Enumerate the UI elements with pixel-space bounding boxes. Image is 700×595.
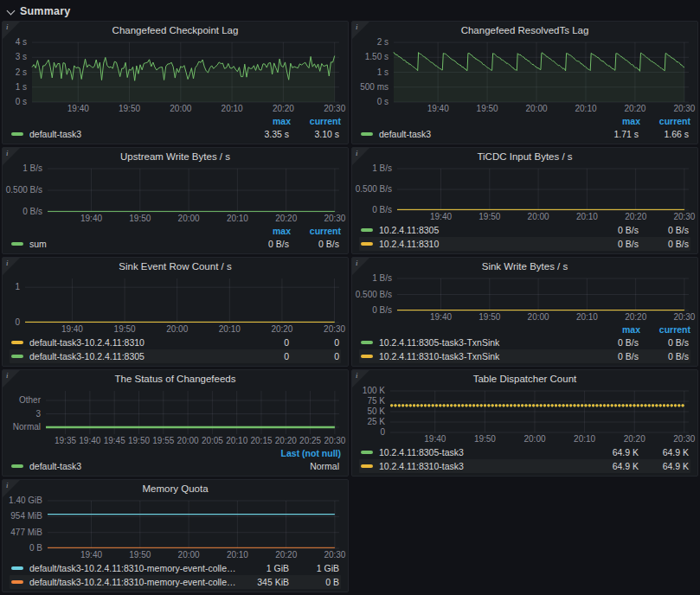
legend-series-swatch-icon[interactable]	[11, 132, 23, 136]
panel-changefeed-checkpoint-lag: iChangefeed Checkpoint Lag0 s1 s2 s3 s4 …	[2, 21, 349, 144]
x-axis-tick-label: 19:50	[114, 324, 136, 334]
panel-info-icon[interactable]: i	[3, 148, 20, 165]
legend-series-swatch-icon[interactable]	[361, 341, 373, 344]
chart-status-of-changefeeds: Normal3Other19:3519:4019:4519:5019:5520:…	[3, 387, 348, 447]
panel-title[interactable]: Memory Quota	[3, 480, 348, 496]
x-axis-tick-label: 20:20	[275, 436, 297, 445]
panel-info-icon[interactable]: i	[3, 258, 20, 275]
legend: 10.2.4.11:83050 B/s0 B/s10.2.4.11:83100 …	[352, 223, 697, 253]
panel-info-icon[interactable]: i	[352, 258, 369, 275]
x-axis-tick-label: 20:00	[177, 436, 199, 445]
legend-header-cell[interactable]: max	[590, 324, 640, 335]
x-axis-tick-label: 19:40	[427, 104, 449, 113]
y-axis-tick-label: 3	[3, 409, 41, 419]
legend-series-label[interactable]: default-task3	[29, 461, 267, 471]
legend-series-swatch-icon[interactable]	[361, 228, 373, 232]
legend-value: 0	[289, 351, 339, 361]
panel-title[interactable]: Table Dispatcher Count	[352, 370, 697, 387]
legend-header-cell[interactable]: max	[241, 116, 291, 126]
legend-row: 10.2.4.11:8310-task364.9 K64.9 K	[359, 459, 690, 473]
legend-series-label[interactable]: 10.2.4.11:8310-task3-TxnSink	[379, 351, 588, 361]
x-axis-tick-label: 19:35	[55, 436, 76, 445]
legend-series-swatch-icon[interactable]	[361, 464, 373, 468]
legend-series-label[interactable]: 10.2.4.11:8305-task3-TxnSink	[379, 337, 588, 348]
legend-series-label[interactable]: 10.2.4.11:8305	[379, 225, 588, 235]
legend-series-label[interactable]: 10.2.4.11:8305-task3	[379, 447, 588, 457]
chart-changefeed-resolvedts-lag: 0 s500 ms1 s1.50 s2 s19:4019:5020:0020:1…	[352, 38, 697, 115]
legend-series-label[interactable]: 10.2.4.11:8310-task3	[379, 461, 588, 471]
legend-header-cell[interactable]: current	[291, 116, 341, 126]
legend-series-swatch-icon[interactable]	[361, 242, 373, 246]
panel-info-icon[interactable]: i	[3, 480, 20, 497]
x-axis-tick-label: 20:20	[275, 214, 297, 223]
panel-title[interactable]: Changefeed ResolvedTs Lag	[352, 22, 697, 38]
legend-value: 1 GiB	[289, 563, 339, 573]
legend-value: 0 B/s	[639, 351, 689, 361]
legend-series-swatch-icon[interactable]	[11, 464, 23, 468]
legend-series-swatch-icon[interactable]	[361, 355, 373, 358]
legend-header-cell[interactable]: max	[590, 116, 640, 126]
panel-title[interactable]: Sink Write Bytes / s	[352, 258, 697, 274]
legend-header-cell[interactable]: Last (not null)	[268, 448, 341, 458]
x-axis-tick-label: 20:20	[271, 324, 292, 334]
legend-value: 345 KiB	[239, 577, 289, 587]
legend-series-swatch-icon[interactable]	[361, 451, 373, 454]
legend-series-label[interactable]: default/task3-10.2.4.11:8310-memory-even…	[29, 577, 239, 587]
panel-title[interactable]: Changefeed Checkpoint Lag	[3, 22, 348, 38]
legend-header-cell[interactable]: max	[241, 226, 291, 236]
legend-series-swatch-icon[interactable]	[11, 341, 23, 344]
legend-series-label[interactable]: 10.2.4.11:8310	[379, 239, 588, 249]
panel-info-icon[interactable]: i	[352, 148, 369, 165]
x-axis-tick-label: 20:00	[170, 104, 191, 113]
panel-changefeed-resolvedts-lag: iChangefeed ResolvedTs Lag0 s500 ms1 s1.…	[351, 21, 698, 144]
y-axis-tick-label: 0	[3, 317, 20, 328]
x-axis-tick-label: 20:15	[250, 436, 272, 445]
x-axis-tick-label: 20:00	[178, 550, 200, 560]
x-axis-tick-label: 20:20	[624, 434, 645, 444]
x-axis-tick-label: 20:30	[324, 324, 345, 334]
panel-table-dispatcher-count: iTable Dispatcher Count025 K50 K75 K100 …	[351, 369, 698, 477]
legend-series-label[interactable]: default-task3-10.2.4.11:8305	[29, 351, 239, 361]
x-axis-tick-label: 20:10	[222, 104, 243, 113]
x-axis-tick-label: 19:40	[61, 324, 83, 334]
legend-series-swatch-icon[interactable]	[11, 242, 23, 246]
legend-series-label[interactable]: default-task3-10.2.4.11:8310	[29, 337, 239, 348]
legend-header-cell[interactable]: current	[291, 226, 341, 236]
panel-info-icon[interactable]: i	[3, 370, 20, 387]
legend-value: 0	[289, 337, 339, 348]
legend-series-label[interactable]: default-task3	[29, 129, 239, 139]
y-axis-tick-label: 75 K	[352, 396, 385, 406]
legend-value: 1.71 s	[588, 129, 639, 139]
panel-title[interactable]: Sink Event Row Count / s	[3, 258, 348, 274]
panel-info-icon[interactable]: i	[352, 370, 369, 387]
legend-value: 0	[239, 337, 289, 348]
legend-header-cell[interactable]: current	[640, 324, 690, 335]
legend-value: 0 B/s	[588, 225, 639, 235]
legend-series-swatch-icon[interactable]	[11, 355, 23, 358]
x-axis-tick-label: 19:40	[67, 104, 89, 113]
legend-value: 3.35 s	[239, 129, 289, 139]
y-axis-tick-label: 0.500 B/s	[352, 184, 392, 195]
panel-info-icon[interactable]: i	[3, 22, 20, 39]
panel-title[interactable]: TiCDC Input Bytes / s	[352, 148, 697, 164]
legend-series-swatch-icon[interactable]	[11, 566, 23, 570]
legend-value: 1.66 s	[639, 129, 689, 139]
panel-info-icon[interactable]: i	[352, 22, 369, 39]
x-axis-tick-label: 20:00	[523, 434, 545, 444]
legend-value: 64.9 K	[588, 447, 639, 457]
legend-series-label[interactable]: default-task3	[379, 129, 588, 139]
legend-series-label[interactable]: sum	[29, 239, 239, 249]
legend-header-cell[interactable]: current	[640, 116, 690, 126]
panel-title[interactable]: The Status of Changefeeds	[3, 370, 348, 387]
x-axis-tick-label: 19:50	[478, 312, 500, 322]
panel-title[interactable]: Upstream Write Bytes / s	[3, 148, 348, 164]
x-axis-tick-label: 20:20	[273, 104, 294, 113]
x-axis-tick-label: 19:50	[129, 550, 151, 560]
legend-series-swatch-icon[interactable]	[361, 132, 373, 136]
summary-row-header[interactable]: Summary	[0, 0, 700, 21]
chart-sink-write-bytes: 0 B/s0.500 B/s1 B/s19:4019:5020:0020:102…	[352, 274, 697, 323]
legend-series-label[interactable]: default/task3-10.2.4.11:8310-memory-even…	[29, 563, 239, 573]
legend-series-swatch-icon[interactable]	[11, 580, 23, 584]
y-axis-tick-label: 0.500 B/s	[3, 185, 42, 195]
x-axis-tick-label: 20:30	[673, 312, 695, 322]
